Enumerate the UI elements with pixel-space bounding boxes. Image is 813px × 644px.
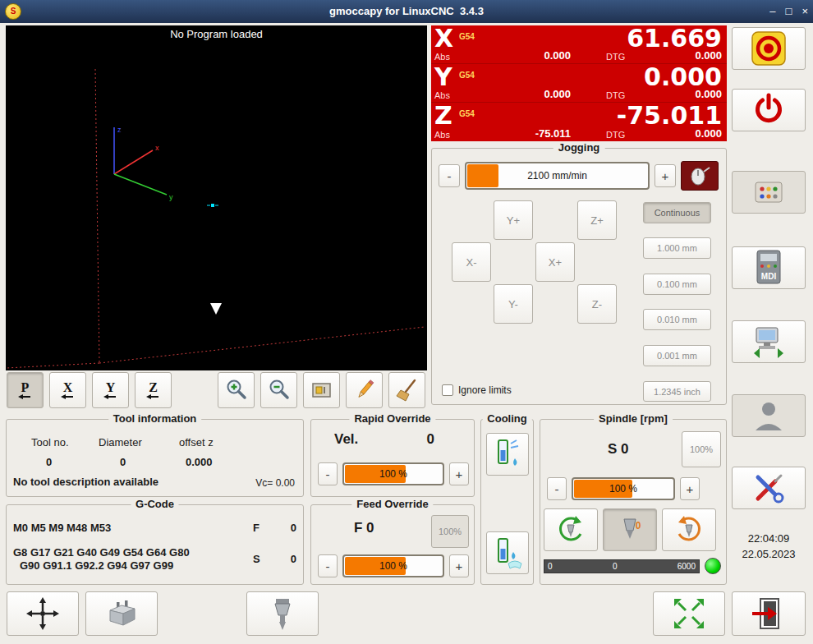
machine-on-button[interactable] bbox=[732, 89, 806, 131]
inch-toggle-button[interactable]: 1.2345 inch bbox=[643, 381, 711, 402]
rapid-minus-button[interactable]: - bbox=[318, 462, 338, 485]
dro-y-abs-label: Abs bbox=[434, 90, 450, 100]
increment-continuous-button[interactable]: Continuous bbox=[643, 202, 711, 223]
setup-mode-button[interactable] bbox=[732, 320, 806, 363]
spindle-reset-button[interactable]: 100% bbox=[682, 431, 721, 467]
mdi-mode-button[interactable]: MDI bbox=[732, 246, 806, 289]
touch-off-button[interactable] bbox=[85, 591, 158, 636]
jog-x-plus-button[interactable]: X+ bbox=[535, 242, 575, 282]
dro-x-value: 61.669 bbox=[627, 24, 722, 53]
jog-speed-plus-button[interactable]: + bbox=[655, 164, 676, 187]
tool-info-frame: Tool information Tool no. Diameter offse… bbox=[6, 419, 304, 497]
flood-coolant-button[interactable] bbox=[486, 531, 529, 574]
minimize-button[interactable]: – bbox=[769, 0, 775, 23]
user-settings-button[interactable] bbox=[732, 394, 806, 437]
tool-change-button[interactable] bbox=[246, 591, 319, 636]
user-icon bbox=[751, 398, 787, 434]
increment-001mm-button[interactable]: 0.010 mm bbox=[643, 309, 711, 330]
mist-icon bbox=[492, 437, 523, 472]
view-y-button[interactable]: Y bbox=[92, 372, 129, 408]
gremlin-preview[interactable]: No Program loaded z x y bbox=[6, 25, 427, 370]
increment-01mm-button[interactable]: 0.100 mm bbox=[643, 274, 711, 295]
settings-tools-button[interactable] bbox=[732, 467, 806, 509]
spindle-rpm-bar: 0 0 6000 bbox=[544, 559, 700, 573]
close-button[interactable]: × bbox=[802, 0, 808, 23]
rapid-override-title: Rapid Override bbox=[349, 412, 435, 425]
ref-axes-icon bbox=[25, 596, 61, 632]
maximize-button[interactable]: □ bbox=[786, 0, 792, 23]
fullscreen-icon bbox=[671, 596, 707, 632]
jog-x-minus-button[interactable]: X- bbox=[452, 242, 491, 282]
offset-z-value: 0.000 bbox=[186, 456, 213, 468]
clock-time: 22:04:09 bbox=[728, 531, 810, 546]
feed-reset-button[interactable]: 100% bbox=[431, 515, 469, 548]
spindle-cw-button[interactable] bbox=[662, 508, 716, 551]
spindle-minus-button[interactable]: - bbox=[547, 477, 567, 500]
spindle-stop-icon: 0 bbox=[613, 513, 647, 547]
rapid-override-slider[interactable]: 100 % bbox=[342, 462, 444, 485]
jog-speed-minus-button[interactable]: - bbox=[439, 164, 460, 187]
clear-plot-button[interactable] bbox=[388, 372, 425, 408]
no-program-message: No Program loaded bbox=[6, 28, 427, 40]
spindle-ccw-icon bbox=[553, 513, 588, 547]
ignore-limits-checkbox[interactable] bbox=[442, 384, 453, 396]
f-code-value: 0 bbox=[291, 522, 296, 534]
dro-x-abs-label: Abs bbox=[434, 52, 450, 62]
show-keyboard-button[interactable] bbox=[732, 171, 806, 214]
spindle-bar-min: 0 bbox=[548, 562, 553, 571]
spindle-override-slider[interactable]: 100 % bbox=[572, 477, 675, 500]
spindle-ccw-button[interactable] bbox=[544, 508, 598, 551]
increment-0001mm-button[interactable]: 0.001 mm bbox=[643, 345, 711, 366]
feed-override-frame: Feed Override F 0 100% - 100 % + bbox=[310, 504, 475, 585]
jog-speed-slider[interactable]: 2100 mm/min bbox=[465, 162, 650, 190]
view-z-button[interactable]: Z bbox=[135, 372, 172, 408]
vc-value: Vc= 0.00 bbox=[255, 477, 295, 489]
zoom-in-icon bbox=[224, 378, 249, 402]
dro-axis-z[interactable]: Z G54 -75.011 Abs -75.011 DTG 0.000 bbox=[431, 103, 727, 141]
handwheel-button[interactable] bbox=[681, 161, 719, 191]
jog-y-minus-button[interactable]: Y- bbox=[494, 284, 533, 324]
cooling-frame: Cooling bbox=[480, 419, 534, 585]
increment-1mm-button[interactable]: 1.000 mm bbox=[643, 237, 711, 259]
spindle-plus-button[interactable]: + bbox=[680, 477, 700, 500]
view-perspective-button[interactable]: P bbox=[7, 372, 44, 408]
feed-override-title: Feed Override bbox=[351, 498, 433, 510]
estop-button[interactable] bbox=[732, 27, 806, 70]
rapid-override-value: 100 % bbox=[344, 464, 443, 484]
clock-date: 22.05.2023 bbox=[728, 546, 810, 562]
tool-change-icon bbox=[264, 596, 301, 632]
dro-axis-x[interactable]: X G54 61.669 Abs 0.000 DTG 0.000 bbox=[431, 25, 727, 64]
dro-z-dtg-value: 0.000 bbox=[695, 127, 722, 140]
tool-dimensions-button[interactable] bbox=[303, 372, 340, 408]
button-panel-icon bbox=[751, 176, 787, 209]
preview-scene: z x y bbox=[6, 25, 427, 370]
spindle-stop-button[interactable]: 0 bbox=[603, 508, 657, 551]
feed-value-label: F 0 bbox=[354, 520, 374, 536]
spindle-cw-icon bbox=[672, 513, 706, 547]
svg-text:MDI: MDI bbox=[761, 272, 777, 281]
window-title: gmoccapy for LinuxCNC 3.4.3 bbox=[0, 0, 813, 23]
cooling-title: Cooling bbox=[482, 412, 531, 425]
dro-y-system: G54 bbox=[459, 71, 475, 80]
feed-override-slider[interactable]: 100 % bbox=[342, 554, 444, 577]
feed-minus-button[interactable]: - bbox=[318, 554, 338, 577]
mist-coolant-button[interactable] bbox=[486, 433, 529, 476]
view-x-button[interactable]: X bbox=[49, 372, 86, 408]
broom-icon bbox=[395, 378, 420, 402]
fullscreen-button[interactable] bbox=[653, 591, 725, 636]
rapid-plus-button[interactable]: + bbox=[449, 462, 469, 485]
ref-axes-button[interactable] bbox=[7, 591, 79, 636]
jog-z-plus-button[interactable]: Z+ bbox=[577, 200, 617, 240]
dro-axis-y[interactable]: Y G54 0.000 Abs 0.000 DTG 0.000 bbox=[431, 64, 727, 103]
zoom-out-button[interactable] bbox=[260, 372, 297, 408]
jog-y-plus-button[interactable]: Y+ bbox=[494, 200, 533, 240]
exit-button[interactable] bbox=[732, 591, 806, 636]
handwheel-icon bbox=[687, 165, 712, 186]
dro-y-dtg-label: DTG bbox=[606, 90, 625, 100]
dro-y-letter: Y bbox=[434, 62, 452, 91]
zoom-in-button[interactable] bbox=[218, 372, 255, 408]
tool-dimensions-icon bbox=[310, 378, 334, 402]
jog-z-minus-button[interactable]: Z- bbox=[577, 284, 617, 324]
feed-plus-button[interactable]: + bbox=[449, 554, 469, 577]
edit-program-button[interactable] bbox=[346, 372, 383, 408]
